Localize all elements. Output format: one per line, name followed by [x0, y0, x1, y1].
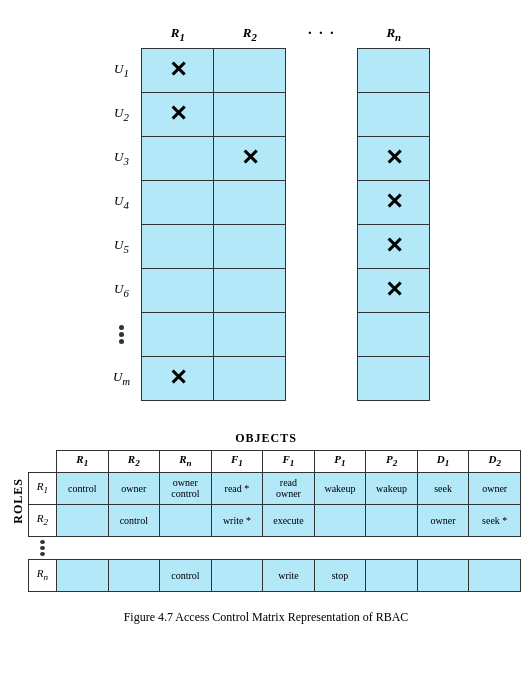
col-header-dots: · · · — [286, 20, 358, 48]
cell-r2-c8: owner — [417, 504, 469, 536]
rbac-col-d1: D1 — [417, 450, 469, 472]
cell-r2-c3 — [160, 504, 212, 536]
row-label-um: Um — [102, 356, 142, 400]
cell-dots-c9 — [469, 536, 521, 559]
cell-r1-c9: owner — [469, 472, 521, 504]
cell-dots-c6 — [314, 536, 366, 559]
cell-r1-c3: ownercontrol — [160, 472, 212, 504]
cell-dots-c5 — [263, 536, 315, 559]
cell-u4-r1 — [142, 180, 214, 224]
cell-u2-rn — [358, 92, 430, 136]
cell-rn-c2 — [108, 559, 160, 591]
table-row-dots — [102, 312, 430, 356]
cell-dots-c4 — [211, 536, 263, 559]
row-label-vdots — [102, 312, 142, 356]
cell-r2-c1 — [57, 504, 109, 536]
cell-u3-r2: ✕ — [214, 136, 286, 180]
col-header-rn: Rn — [358, 20, 430, 48]
cell-r2-c6 — [314, 504, 366, 536]
objects-label: OBJECTS — [11, 431, 521, 446]
cell-um-r2 — [214, 356, 286, 400]
cell-r2-c5: execute — [263, 504, 315, 536]
col-header-r2: R2 — [214, 20, 286, 48]
cell-rn-c5: write — [263, 559, 315, 591]
cell-r2-c9: seek * — [469, 504, 521, 536]
cell-r1-c5: readowner — [263, 472, 315, 504]
rbac-table-container: R1 R2 Rn F1 F1 P1 P2 D1 D2 R1 control — [28, 450, 521, 592]
rbac-wrapper: ROLES R1 R2 Rn F1 F1 P1 P2 D1 D2 — [11, 450, 521, 592]
cell-rn-c4 — [211, 559, 263, 591]
cell-dots-c3 — [160, 536, 212, 559]
cell-dots-c8 — [417, 536, 469, 559]
cell-u4-dots — [286, 180, 358, 224]
table-row: U4 ✕ — [102, 180, 430, 224]
cell-u5-rn: ✕ — [358, 224, 430, 268]
rbac-col-f1a: F1 — [211, 450, 263, 472]
top-matrix-section: R1 R2 · · · Rn U1 ✕ U2 ✕ U3 — [102, 20, 431, 401]
cell-r1-c8: seek — [417, 472, 469, 504]
cell-u1-r1: ✕ — [142, 48, 214, 92]
rbac-matrix: R1 R2 Rn F1 F1 P1 P2 D1 D2 R1 control — [28, 450, 521, 592]
rbac-row-label-r1: R1 — [29, 472, 57, 504]
cell-um-dots — [286, 356, 358, 400]
table-row: U3 ✕ ✕ — [102, 136, 430, 180]
cell-r1-c4: read * — [211, 472, 263, 504]
corner-empty — [102, 20, 142, 48]
roles-label: ROLES — [11, 478, 26, 524]
cell-r2-c7 — [366, 504, 418, 536]
cell-u3-r1 — [142, 136, 214, 180]
rbac-row-label-dots — [29, 536, 57, 559]
row-label-u4: U4 — [102, 180, 142, 224]
cell-r2-c2: control — [108, 504, 160, 536]
figure-caption: Figure 4.7 Access Control Matrix Represe… — [124, 610, 409, 625]
cell-r1-c6: wakeup — [314, 472, 366, 504]
cell-r2-c4: write * — [211, 504, 263, 536]
cell-rn-c7 — [366, 559, 418, 591]
rbac-col-rn: Rn — [160, 450, 212, 472]
cell-dots-c1 — [57, 536, 109, 559]
cell-u5-r2 — [214, 224, 286, 268]
cell-u3-rn: ✕ — [358, 136, 430, 180]
rbac-col-r1: R1 — [57, 450, 109, 472]
cell-u6-r1 — [142, 268, 214, 312]
cell-u4-rn: ✕ — [358, 180, 430, 224]
rbac-row-r1: R1 control owner ownercontrol read * rea… — [29, 472, 521, 504]
rbac-row-dots — [29, 536, 521, 559]
cell-r1-c7: wakeup — [366, 472, 418, 504]
table-row: Um ✕ — [102, 356, 430, 400]
table-row: U5 ✕ — [102, 224, 430, 268]
row-label-u6: U6 — [102, 268, 142, 312]
roles-label-container: ROLES — [11, 478, 26, 528]
cell-u3-dots — [286, 136, 358, 180]
cell-u2-r1: ✕ — [142, 92, 214, 136]
cell-dots-c2 — [108, 536, 160, 559]
cell-um-r1: ✕ — [142, 356, 214, 400]
table-row: U1 ✕ — [102, 48, 430, 92]
user-role-matrix: R1 R2 · · · Rn U1 ✕ U2 ✕ U3 — [102, 20, 431, 401]
cell-rn-c6: stop — [314, 559, 366, 591]
rbac-section: OBJECTS ROLES R1 R2 Rn F1 F1 P1 P2 D1 — [11, 431, 521, 592]
rbac-row-label-r2: R2 — [29, 504, 57, 536]
row-label-u3: U3 — [102, 136, 142, 180]
rbac-col-d2: D2 — [469, 450, 521, 472]
cell-dots-dots — [286, 312, 358, 356]
cell-u6-rn: ✕ — [358, 268, 430, 312]
cell-rn-c1 — [57, 559, 109, 591]
rbac-col-f1b: F1 — [263, 450, 315, 472]
cell-dots-r1 — [142, 312, 214, 356]
cell-dots-rn — [358, 312, 430, 356]
cell-u1-rn — [358, 48, 430, 92]
cell-dots-r2 — [214, 312, 286, 356]
cell-u4-r2 — [214, 180, 286, 224]
cell-r1-c1: control — [57, 472, 109, 504]
cell-u6-r2 — [214, 268, 286, 312]
cell-dots-c7 — [366, 536, 418, 559]
cell-u2-r2 — [214, 92, 286, 136]
rbac-col-r2: R2 — [108, 450, 160, 472]
cell-u5-r1 — [142, 224, 214, 268]
rbac-row-label-rn: Rn — [29, 559, 57, 591]
cell-u5-dots — [286, 224, 358, 268]
rbac-row-r2: R2 control write * execute owner seek * — [29, 504, 521, 536]
cell-u1-dots — [286, 48, 358, 92]
cell-u1-r2 — [214, 48, 286, 92]
